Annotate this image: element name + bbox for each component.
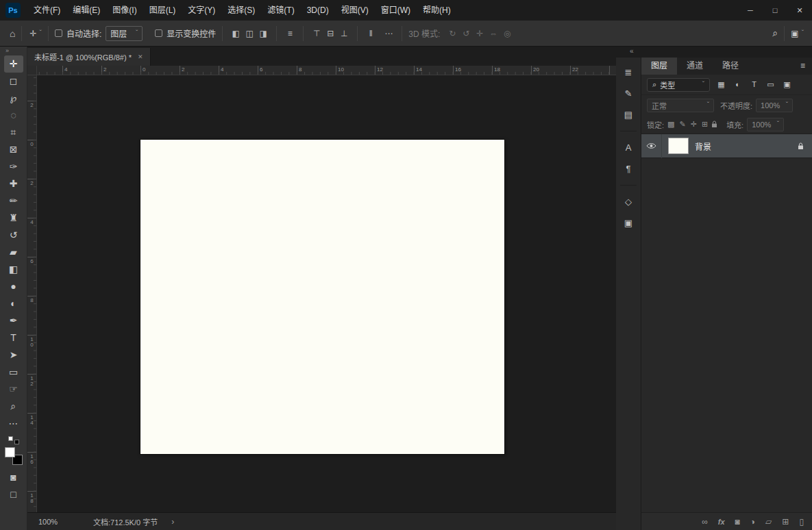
brush-tool[interactable]: ✏ — [4, 192, 23, 210]
opacity-field[interactable]: 100% ˇ — [756, 99, 793, 112]
filter-type-layers-icon[interactable]: T — [749, 80, 759, 89]
pen-tool[interactable]: ✒ — [4, 312, 23, 329]
3d-orbit-icon[interactable]: ↻ — [445, 29, 459, 38]
menu-window[interactable]: 窗口(W) — [375, 0, 417, 21]
menu-image[interactable]: 图像(I) — [106, 0, 143, 21]
expand-toolbar-chevron[interactable]: » — [0, 47, 8, 55]
filter-adjustment-layers-icon[interactable]: ◐ — [733, 80, 743, 89]
menu-3d[interactable]: 3D(D) — [301, 0, 335, 21]
lock-all-icon[interactable] — [711, 121, 717, 128]
gradient-tool[interactable]: ◧ — [4, 261, 23, 278]
3d-slide-icon[interactable]: ⇔ — [487, 29, 500, 38]
tab-channels[interactable]: 通道 — [677, 58, 713, 75]
link-layers-icon[interactable]: ∞ — [702, 517, 708, 527]
menu-help[interactable]: 帮助(H) — [417, 0, 457, 21]
align-center-h-icon[interactable]: ◫ — [243, 29, 256, 38]
minimize-button[interactable]: ─ — [738, 0, 763, 21]
menu-view[interactable]: 视图(V) — [335, 0, 375, 21]
spot-healing-brush-tool[interactable]: ✚ — [4, 175, 23, 192]
new-group-icon[interactable]: ▱ — [765, 517, 772, 527]
auto-select-target-dropdown[interactable]: 图层 ˇ — [106, 26, 143, 41]
menu-select[interactable]: 选择(S) — [221, 0, 261, 21]
distribute-h-icon[interactable]: ≡ — [283, 29, 297, 38]
menu-type[interactable]: 文字(Y) — [182, 0, 221, 21]
distribute-v-icon[interactable]: ‖ — [364, 29, 378, 38]
clone-stamp-tool[interactable]: ♜ — [4, 210, 23, 227]
lock-transparent-pixels-icon[interactable]: ▩ — [667, 120, 674, 129]
tab-layers[interactable]: 图层 — [641, 58, 677, 75]
filter-shape-layers-icon[interactable]: ▭ — [765, 80, 776, 89]
rectangular-marquee-tool[interactable]: ◻ — [4, 73, 23, 90]
filter-pixel-layers-icon[interactable]: ▦ — [716, 80, 726, 89]
layer-visibility-toggle[interactable] — [641, 134, 662, 158]
quick-mask-button[interactable]: ◙ — [4, 469, 23, 486]
menu-filter[interactable]: 滤镜(T) — [261, 0, 300, 21]
align-middle-icon[interactable]: ⊟ — [323, 29, 337, 38]
document-tab[interactable]: 未标题-1 @ 100%(RGB/8#) * ✕ — [27, 48, 151, 66]
brush-settings-panel-icon[interactable]: ≣ — [619, 63, 638, 81]
chevron-down-icon[interactable]: ˇ — [802, 31, 804, 36]
align-right-icon[interactable]: ◨ — [256, 29, 270, 38]
character-panel-icon[interactable]: A — [619, 138, 638, 157]
align-top-icon[interactable]: ⊤ — [310, 29, 323, 38]
path-selection-tool[interactable]: ➤ — [4, 346, 23, 364]
layer-row[interactable]: 背景 — [641, 134, 812, 158]
screen-mode-button[interactable]: □ — [4, 486, 23, 503]
filter-kind-dropdown[interactable]: ⌕ 类型 ˇ — [647, 78, 710, 92]
zoom-tool[interactable]: ⌕ — [4, 398, 23, 415]
home-icon[interactable]: ⌂ — [10, 28, 15, 39]
layer-name[interactable]: 背景 — [695, 140, 711, 152]
rectangle-shape-tool[interactable]: ▭ — [4, 364, 23, 381]
document-canvas[interactable] — [140, 140, 504, 454]
delete-layer-icon[interactable]: ▯ — [799, 517, 804, 527]
collapse-dock-chevron[interactable]: « — [630, 47, 633, 55]
add-layer-mask-icon[interactable]: ◙ — [735, 517, 740, 527]
zoom-level-field[interactable]: 100% — [27, 518, 77, 526]
new-adjustment-layer-icon[interactable]: ◑ — [750, 517, 755, 527]
history-brush-tool[interactable]: ↺ — [4, 227, 23, 244]
hand-tool[interactable]: ☞ — [4, 381, 23, 398]
filter-smart-objects-icon[interactable]: ▣ — [782, 80, 792, 89]
vertical-ruler[interactable]: 2024681012141618 — [27, 75, 37, 512]
lock-artboard-icon[interactable]: ⊞ — [702, 120, 708, 129]
menu-layer[interactable]: 图层(L) — [143, 0, 182, 21]
lock-image-pixels-icon[interactable]: ✎ — [679, 120, 685, 129]
libraries-panel-icon[interactable]: ▣ — [619, 214, 638, 232]
fill-field[interactable]: 100% ˇ — [747, 118, 784, 131]
lock-position-icon[interactable]: ✛ — [691, 120, 697, 129]
status-chevron-icon[interactable]: › — [171, 517, 174, 527]
blur-tool[interactable]: ● — [4, 278, 23, 295]
3d-roll-icon[interactable]: ↺ — [459, 29, 473, 38]
swatches-panel-icon[interactable]: ▤ — [619, 105, 638, 124]
layers-list[interactable]: 背景 — [641, 134, 812, 512]
default-colors-icon[interactable] — [8, 436, 19, 444]
workspace-switcher-icon[interactable]: ▣ — [791, 29, 798, 38]
menu-edit[interactable]: 编辑(E) — [66, 0, 106, 21]
brushes-panel-icon[interactable]: ✎ — [619, 84, 638, 103]
blend-mode-dropdown[interactable]: 正常 ˇ — [647, 99, 714, 112]
auto-select-checkbox[interactable] — [55, 29, 62, 37]
paragraph-panel-icon[interactable]: ¶ — [619, 160, 638, 178]
more-options-icon[interactable]: ⋯ — [382, 29, 395, 38]
eraser-tool[interactable]: ▰ — [4, 244, 23, 261]
close-button[interactable]: ✕ — [787, 0, 812, 21]
crop-tool[interactable]: ⌗ — [4, 124, 23, 141]
tool-preset-dropdown[interactable]: ✛ ˇ — [29, 29, 41, 38]
menu-file[interactable]: 文件(F) — [27, 0, 66, 21]
edit-toolbar-icon[interactable]: ⋯ — [4, 415, 23, 432]
horizontal-type-tool[interactable]: T — [4, 329, 23, 346]
ruler-origin[interactable] — [27, 66, 37, 75]
move-tool[interactable]: ✛ — [4, 55, 23, 73]
lasso-tool[interactable]: ℘ — [4, 90, 23, 107]
frame-tool[interactable]: ⊠ — [4, 141, 23, 158]
tab-paths[interactable]: 路径 — [713, 58, 748, 75]
panel-menu-icon[interactable]: ≡ — [793, 58, 812, 75]
align-left-icon[interactable]: ◧ — [229, 29, 243, 38]
3d-panel-icon[interactable]: ◇ — [619, 192, 638, 211]
canvas-area[interactable] — [37, 75, 616, 512]
show-transform-checkbox[interactable] — [155, 29, 162, 37]
new-layer-icon[interactable]: ⊞ — [782, 517, 789, 527]
3d-drag-icon[interactable]: ✛ — [473, 29, 487, 38]
align-bottom-icon[interactable]: ⊥ — [337, 29, 351, 38]
quick-selection-tool[interactable]: ◌ — [4, 107, 23, 124]
